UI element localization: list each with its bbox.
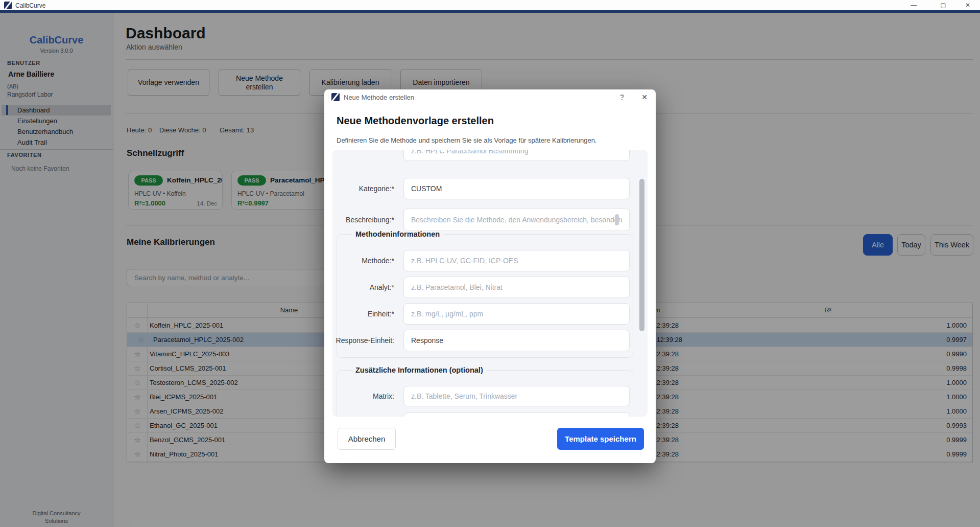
sidebar-item-benutzerhandbuch[interactable]: Benutzerhandbuch (2, 126, 111, 137)
response-einheit-input[interactable] (403, 330, 630, 351)
modal-scrollbar[interactable] (639, 179, 644, 331)
star-icon[interactable]: ☆ (132, 390, 142, 404)
sidebar-footer: Digital Consultancy Solutions (0, 510, 113, 525)
stat-total: Gesamt: 13 (220, 126, 254, 134)
status-badge: PASS (134, 175, 163, 186)
favorites-empty-text: Noch keine Favoriten (11, 165, 69, 172)
star-icon[interactable]: ☆ (132, 318, 142, 333)
star-icon[interactable]: ☆ (132, 376, 142, 390)
help-icon[interactable]: ? (615, 91, 629, 103)
card-method: HPLC-UV • Paracetamol (237, 190, 304, 197)
modal-close-icon[interactable]: ✕ (638, 91, 651, 103)
column-header-r2[interactable]: R² (797, 303, 858, 317)
row-r2: 0.9993 (905, 419, 967, 433)
calibrations-title: Meine Kalibrierungen (127, 237, 215, 247)
card-method: HPLC-UV • Koffein (134, 190, 186, 197)
einheit-input[interactable] (403, 303, 630, 325)
status-badge: PASS (237, 175, 266, 186)
partial-field-input[interactable] (403, 413, 630, 417)
app-logo-icon (4, 2, 12, 9)
user-initials: (AB) (7, 83, 18, 89)
row-r2: 1.0000 (905, 390, 967, 404)
sidebar-item-einstellungen[interactable]: Einstellungen (2, 116, 111, 126)
app-version: Version 3.0.0 (0, 48, 113, 54)
modal-heading: Neue Methodenvorlage erstellen (337, 115, 494, 127)
response-einheit-label: Response-Einheit: (332, 330, 394, 351)
method-info-legend: Methodeninformationen (352, 230, 443, 238)
row-r2: 0.9997 (905, 333, 967, 347)
active-indicator-bar (6, 105, 8, 115)
row-r2: 0.9999 (905, 447, 967, 462)
sidebar-item-label: Dashboard (17, 106, 50, 114)
sidebar-item-dashboard[interactable]: Dashboard (2, 105, 111, 116)
star-icon[interactable]: ☆ (132, 433, 142, 447)
sidebar: CalibCurve Version 3.0.0 BENUTZER Arne B… (0, 13, 113, 527)
star-icon[interactable]: ☆ (132, 404, 142, 419)
modal-logo-icon (331, 93, 340, 101)
quick-access-title: Schnellzugriff (127, 148, 184, 158)
star-icon[interactable]: ☆ (132, 361, 142, 376)
sidebar-item-audit-trail[interactable]: Audit Trail (2, 137, 111, 148)
window-title: CalibCurve (15, 2, 45, 9)
matrix-input[interactable] (403, 386, 630, 406)
star-icon[interactable]: ☆ (132, 447, 142, 462)
analyt-label: Analyt:* (332, 277, 394, 298)
column-header-name[interactable]: Name (256, 303, 322, 317)
modal-form-panel: z.B. HPLC Paracetamol Bestimmung Kategor… (332, 150, 648, 417)
footer-line-2: Solutions (0, 517, 113, 525)
row-r2: 0.9998 (905, 361, 967, 376)
analyt-input[interactable] (403, 277, 630, 298)
row-name: Blei_ICPMS_2025-001 (150, 390, 217, 404)
save-template-button[interactable]: Template speichern (557, 428, 644, 450)
sidebar-divider (0, 57, 113, 57)
cancel-button[interactable]: Abbrechen (338, 428, 396, 450)
quick-access-card[interactable]: PASS Paracetamol_HPLC HPLC-UV • Paraceta… (231, 171, 334, 210)
einheit-label: Einheit:* (332, 303, 394, 325)
filter-alle-button[interactable]: Alle (863, 234, 893, 256)
row-name: Arsen_ICPMS_2025-002 (150, 404, 224, 419)
kategorie-label: Kategorie:* (332, 178, 394, 199)
new-method-button[interactable]: Neue Methode erstellen (219, 70, 300, 96)
filter-this-week-button[interactable]: This Week (930, 234, 973, 256)
stat-week: Diese Woche: 0 (159, 126, 206, 134)
card-r2: R²=0.9997 (237, 199, 269, 207)
row-r2: 1.0000 (905, 376, 967, 390)
textarea-scrollbar-thumb[interactable] (615, 214, 619, 225)
new-method-modal: Neue Methode erstellen ? ✕ Neue Methoden… (324, 89, 656, 463)
window-titlebar: CalibCurve — ▢ ✕ (0, 0, 980, 10)
use-template-button[interactable]: Vorlage verwenden (128, 70, 209, 96)
methode-label: Methode:* (332, 250, 394, 271)
row-name: Paracetamol_HPLC_2025-002 (153, 333, 244, 347)
row-name: Ethanol_GC_2025-001 (150, 419, 218, 433)
star-icon[interactable]: ☆ (132, 419, 142, 433)
row-name: Testosteron_LCMS_2025-002 (150, 376, 238, 390)
clipped-field[interactable]: z.B. HPLC Paracetamol Bestimmung (403, 150, 630, 161)
kategorie-input[interactable] (403, 178, 630, 199)
row-r2: 0.9990 (905, 347, 967, 361)
close-icon[interactable]: ✕ (961, 1, 974, 10)
row-r2: 0.9999 (905, 433, 967, 447)
beschreibung-label: Beschreibung:* (332, 209, 394, 231)
user-name: Arne Bailliere (8, 70, 54, 78)
card-date: 14. Dec (197, 200, 217, 207)
sidebar-item-label: Einstellungen (17, 117, 57, 125)
filter-today-button[interactable]: Today (897, 234, 925, 256)
modal-window-title: Neue Methode erstellen (344, 94, 414, 101)
star-icon[interactable]: ☆ (136, 333, 146, 347)
sidebar-item-label: Benutzerhandbuch (17, 128, 73, 135)
row-name: Benzol_GCMS_2025-001 (150, 433, 225, 447)
quick-access-card[interactable]: PASS Koffein_HPLC_2025 HPLC-UV • Koffein… (128, 171, 223, 210)
methode-input[interactable] (403, 250, 630, 271)
additional-info-legend: Zusätzliche Informationen (optional) (352, 366, 486, 374)
maximize-icon[interactable]: ▢ (937, 1, 950, 10)
page-subtitle: Aktion auswählen (126, 43, 182, 51)
minimize-icon[interactable]: — (907, 1, 920, 10)
row-r2: 1.0000 (905, 404, 967, 419)
beschreibung-input[interactable] (403, 209, 630, 231)
row-name: Nitrat_Photo_2025-001 (150, 447, 218, 462)
user-lab: Rangsdorf Labor (7, 91, 53, 98)
modal-subtitle: Definieren Sie die Methode und speichern… (337, 136, 596, 144)
card-name: Koffein_HPLC_2025 (167, 176, 223, 184)
star-icon[interactable]: ☆ (132, 347, 142, 361)
sidebar-divider (0, 149, 113, 150)
